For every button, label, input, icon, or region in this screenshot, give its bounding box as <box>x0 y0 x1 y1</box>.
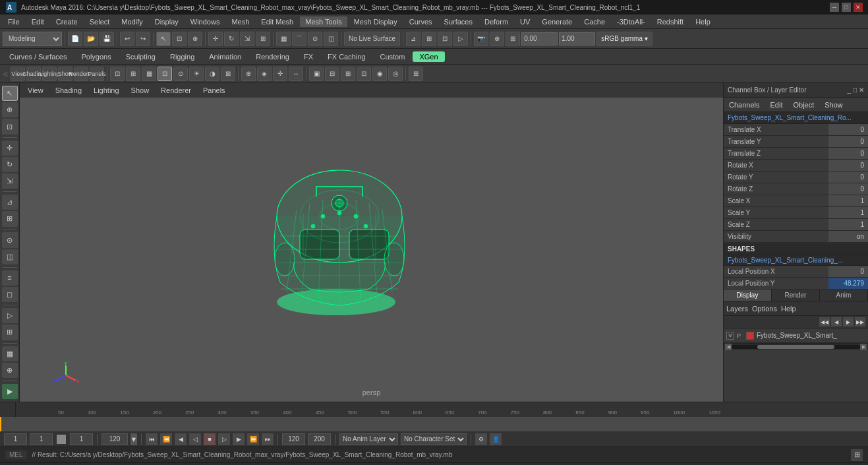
attr-ed-btn[interactable]: ◻ <box>2 287 18 302</box>
ao-btn[interactable]: ◉ <box>372 67 387 81</box>
select-mode-btn[interactable]: ↖ <box>2 86 18 101</box>
stop-btn[interactable]: ■ <box>204 433 216 445</box>
show-menu-item[interactable]: Show <box>822 100 846 110</box>
move-tool[interactable]: ✛ <box>208 32 223 46</box>
frame-sel-btn[interactable]: ⊞ <box>126 67 140 81</box>
play-fwd-btn[interactable]: ▷ <box>218 433 230 445</box>
snap-point[interactable]: ⊙ <box>308 32 322 46</box>
xgen-menu[interactable]: XGen <box>413 51 444 62</box>
menu-mesh[interactable]: Mesh <box>226 16 254 27</box>
toggle-grid-btn[interactable]: ▦ <box>142 67 156 81</box>
layers-menu[interactable]: Layers <box>726 305 748 313</box>
jump-end-btn[interactable]: ⏭ <box>262 433 274 445</box>
custom-menu[interactable]: Custom <box>374 51 412 62</box>
menu-3dtoall[interactable]: -3DtoAll- <box>612 16 651 27</box>
axis-lt-btn[interactable]: ⊕ <box>2 363 18 378</box>
layer-color-swatch[interactable] <box>746 332 754 340</box>
lasso-btn[interactable]: ⊡ <box>2 119 18 134</box>
anim-layer-select[interactable]: No Anim Layer <box>339 433 398 445</box>
scale-y-value[interactable]: 1 <box>828 207 868 218</box>
open-file-btn[interactable]: 📂 <box>84 32 98 46</box>
ipr-btn[interactable]: ⊕ <box>490 32 504 46</box>
menu-create[interactable]: Create <box>51 16 83 27</box>
animation-menu[interactable]: Animation <box>202 51 248 62</box>
render-lt-btn[interactable]: ▷ <box>2 308 18 323</box>
layer-visibility-toggle[interactable]: V <box>726 332 734 340</box>
layer-p-toggle[interactable]: P <box>737 332 743 339</box>
menu-modify[interactable]: Modify <box>116 16 148 27</box>
no-live-surface-btn[interactable]: No Live Surface <box>344 32 400 46</box>
snap-surface[interactable]: ◫ <box>324 32 338 46</box>
vp-view-menu[interactable]: View <box>22 86 49 95</box>
rotate-x-value[interactable]: 0 <box>828 160 868 171</box>
rp-expand-btn[interactable]: □ <box>853 86 857 94</box>
help-menu[interactable]: Help <box>781 305 796 313</box>
rotate-mode-btn[interactable]: ↻ <box>2 157 18 172</box>
snap-curve[interactable]: ⌒ <box>292 32 306 46</box>
menu-windows[interactable]: Windows <box>185 16 225 27</box>
visibility-value[interactable]: on <box>828 231 868 242</box>
snap-lt-btn[interactable]: ◫ <box>2 249 18 264</box>
scale-tool[interactable]: ⇲ <box>240 32 254 46</box>
current-frame-input[interactable] <box>30 433 53 445</box>
lighting-btn[interactable]: ☀ <box>189 67 204 81</box>
status-settings-btn[interactable]: ⊞ <box>851 449 863 461</box>
stereo-btn[interactable]: ⊞ <box>409 67 423 81</box>
hist-btn[interactable]: ⊡ <box>438 32 452 46</box>
renderer-menu-btn[interactable]: Renderer <box>74 67 88 81</box>
xray-btn[interactable]: ◈ <box>257 67 272 81</box>
panels-menu-btn[interactable]: Panels <box>90 67 104 81</box>
panel-collapse-btn[interactable]: ◁ <box>3 71 9 77</box>
step-back-btn[interactable]: ⏪ <box>160 433 172 445</box>
rp-minimize-btn[interactable]: _ <box>847 86 851 94</box>
move-mode-btn[interactable]: ✛ <box>2 140 18 156</box>
char-set-select[interactable]: No Character Set <box>401 433 467 445</box>
menu-curves[interactable]: Curves <box>404 16 438 27</box>
display-tab[interactable]: Display <box>724 290 772 301</box>
timeline-content[interactable] <box>0 417 868 431</box>
render2-btn[interactable]: ⊞ <box>2 325 18 340</box>
mode-selector[interactable]: Modeling <box>3 32 62 46</box>
layer-item[interactable]: V P Fybots_Sweep_XL_Smart_ <box>724 328 868 343</box>
vp-lighting-menu[interactable]: Lighting <box>88 86 125 95</box>
menu-redshift[interactable]: Redshift <box>652 16 689 27</box>
menu-surfaces[interactable]: Surfaces <box>439 16 478 27</box>
menu-file[interactable]: File <box>3 16 25 27</box>
prev-frame-btn[interactable]: ◀ <box>175 433 187 445</box>
res-gate-btn[interactable]: ▣ <box>309 67 324 81</box>
nav-btn[interactable]: ▶ <box>2 384 18 399</box>
local-pos-y-value[interactable]: 48.279 <box>828 278 868 289</box>
paint-select[interactable]: ⊕ <box>188 32 202 46</box>
menu-help[interactable]: Help <box>690 16 716 27</box>
shadow-btn[interactable]: ◑ <box>205 67 219 81</box>
jump-start-btn[interactable]: ⏮ <box>146 433 158 445</box>
menu-select[interactable]: Select <box>84 16 115 27</box>
layer-nav-prev[interactable]: ◀ <box>831 317 842 326</box>
camera-icon[interactable]: 📷 <box>474 32 488 46</box>
isolate-btn[interactable]: ⊕ <box>241 67 256 81</box>
grid-lt-btn[interactable]: ▦ <box>2 346 18 361</box>
scale-x-value[interactable]: 1 <box>828 195 868 206</box>
hud-btn[interactable]: ⊡ <box>357 67 371 81</box>
vp-shading-menu[interactable]: Shading <box>50 86 87 95</box>
polygons-menu[interactable]: Polygons <box>74 51 117 62</box>
rotate-tool[interactable]: ↻ <box>224 32 239 46</box>
step-fwd-btn[interactable]: ⏩ <box>247 433 259 445</box>
translate-z-value[interactable]: 0 <box>828 148 868 159</box>
vp-renderer-menu[interactable]: Renderer <box>156 86 196 95</box>
display-settings[interactable]: ⊞ <box>506 32 520 46</box>
horizontal-scrollbar[interactable]: ◀ ▶ <box>724 343 868 350</box>
curves-surfaces-menu[interactable]: Curves / Surfaces <box>3 51 73 62</box>
translate-y-value[interactable]: 0 <box>828 136 868 147</box>
snap-cam-btn[interactable]: ↔ <box>289 67 303 81</box>
wireframe-btn[interactable]: ⊡ <box>158 67 172 81</box>
menu-uv[interactable]: UV <box>515 16 535 27</box>
max-frame-input[interactable] <box>308 433 331 445</box>
edit-menu-item[interactable]: Edit <box>767 100 785 110</box>
scrollbar-thumb[interactable] <box>757 345 834 349</box>
maximize-button[interactable]: □ <box>842 3 851 12</box>
rotate-y-value[interactable]: 0 <box>828 171 868 183</box>
scrollbar-track[interactable] <box>732 345 860 349</box>
settings-btn[interactable]: ⚙ <box>475 433 487 445</box>
safe-title-btn[interactable]: ⊞ <box>341 67 355 81</box>
